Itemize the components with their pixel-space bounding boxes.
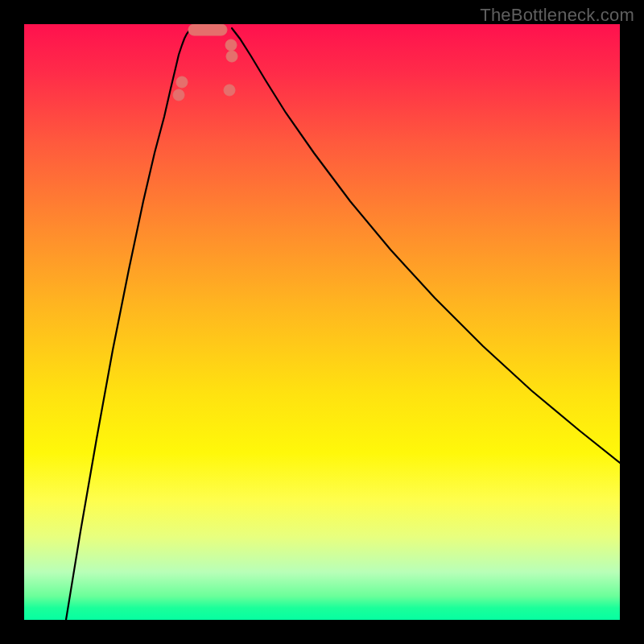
curve-left-branch (66, 28, 193, 620)
data-marker-dot (226, 51, 237, 62)
data-marker-dot (176, 76, 188, 88)
marker-group (173, 24, 237, 101)
curve-right-branch (232, 28, 620, 463)
curves-layer (24, 24, 620, 620)
data-marker-dot (173, 89, 184, 101)
watermark-text: TheBottleneck.com (480, 5, 634, 26)
plot-area (24, 24, 620, 620)
chart-frame: TheBottleneck.com (0, 0, 644, 644)
data-marker-pill (188, 24, 227, 35)
data-marker-dot (224, 85, 235, 96)
data-marker-dot (225, 39, 237, 51)
